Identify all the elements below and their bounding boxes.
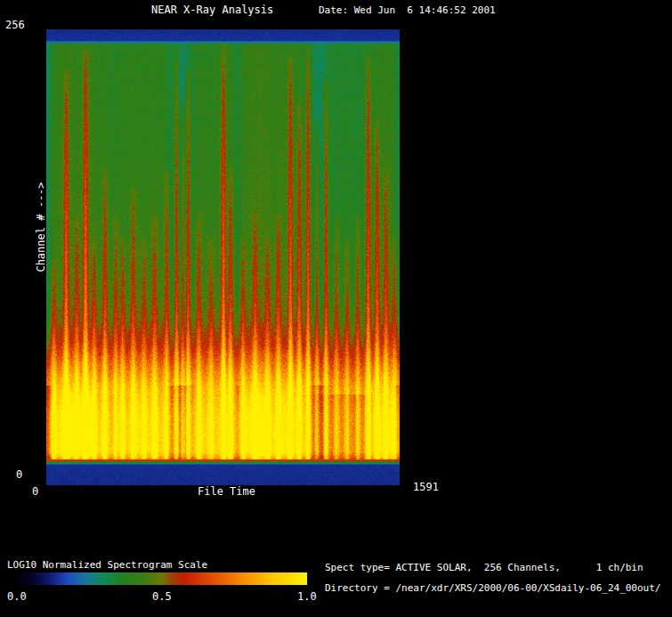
spectrogram-image [46,29,400,485]
near-xray-analysis-window: NEAR X-Ray Analysis Date: Wed Jun 6 14:4… [0,0,672,617]
colorbar-tick-05: 0.5 [152,591,172,603]
x-axis-max-tick: 1591 [413,482,439,493]
y-axis-max-tick: 256 [5,20,25,31]
y-axis-label: Channel # ---> [35,182,47,272]
directory-line: Directory = /near/xdr/XRS/2000/06-00/XSd… [325,583,661,594]
spect-type-line: Spect type= ACTIVE SOLAR, 256 Channels, … [325,563,644,573]
date-label: Date: Wed Jun 6 14:46:52 2001 [319,5,496,16]
colorbar-tick-1: 1.0 [297,591,317,603]
x-axis-min-tick: 0 [32,486,38,498]
colorbar-gradient [16,572,307,585]
colorbar-title: LOG10 Normalized Spectrogram Scale [7,560,207,571]
colorbar-tick-0: 0.0 [7,591,27,603]
y-axis-min-tick: 0 [16,469,22,481]
x-axis-label: File Time [198,486,255,498]
page-title: NEAR X-Ray Analysis [151,4,273,16]
